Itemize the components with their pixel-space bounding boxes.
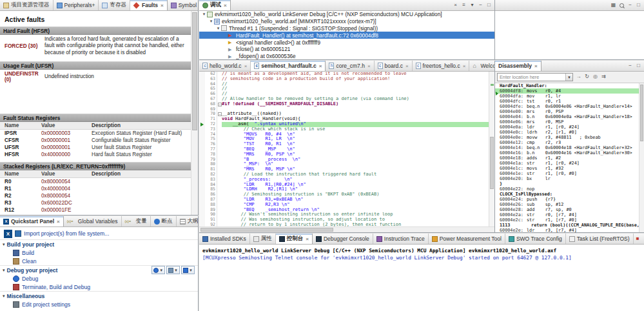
tab-peripherals[interactable]: Peripherals+ — [54, 0, 99, 10]
disassembly-line[interactable]: 60004e0a:ldr r1, [r0, #24] — [495, 125, 639, 130]
code-line[interactable]: 80 "_MSP: \n" — [199, 162, 494, 167]
tab-registers[interactable]: 寄存器 — [99, 0, 130, 10]
fault-row[interactable]: FORCED (30)Indicates a forced hard fault… — [0, 35, 191, 57]
scrollbar-thumb[interactable] — [490, 137, 494, 190]
search-icon[interactable] — [618, 2, 625, 9]
twistie-icon[interactable]: ▾ — [3, 268, 5, 273]
code-line[interactable]: 69 — [199, 107, 494, 112]
twistie-icon[interactable]: ▾ — [208, 19, 214, 24]
quickstart-item-link[interactable]: Terminate, Build and Debug — [22, 284, 90, 290]
quickstart-item[interactable]: Build — [0, 248, 198, 257]
table-row[interactable]: R120x000001FE — [0, 206, 191, 214]
disassembly-line[interactable]: 60004e12:cmp r2, r3 — [495, 140, 639, 145]
attach-dropdown[interactable]: ▼ — [181, 266, 195, 274]
table-row[interactable]: CFSR0x00000001Configurable fault Status … — [0, 137, 191, 144]
view-menu-icon[interactable] — [469, 2, 476, 9]
tab-welcome[interactable]: Welcome× — [469, 61, 494, 71]
table-row[interactable]: IPSR0x00000003Exception Status Register … — [0, 130, 191, 137]
disassembly-line[interactable]: 60004e1a:str r1, [r0, #24] — [495, 161, 639, 166]
breakpoint-margin[interactable] — [199, 137, 205, 142]
link-icon[interactable] — [592, 74, 599, 81]
breakpoint-margin[interactable] — [199, 132, 205, 137]
disassembly-line[interactable]: 60004df8:movs r0, #4 — [495, 88, 639, 94]
maximize-icon[interactable] — [635, 63, 642, 70]
tab-task-list-freertos[interactable]: Task List (FreeRTOS) — [566, 234, 634, 244]
breakpoint-margin[interactable] — [199, 122, 205, 127]
breakpoint-margin[interactable] — [199, 107, 205, 112]
tab-project-explorer[interactable]: 项目资源管理器 — [0, 0, 54, 10]
terminate-icon[interactable] — [634, 236, 641, 243]
close-icon[interactable]: × — [367, 63, 371, 69]
close-icon[interactable]: × — [57, 219, 60, 225]
twistie-icon[interactable]: ▾ — [215, 26, 221, 31]
breakpoint-margin[interactable] — [199, 117, 205, 122]
minimize-icon[interactable] — [627, 63, 634, 70]
code-line[interactable]: 87 "LDR R3,=0xBEAB \n" — [199, 197, 494, 203]
debug-tree-row[interactable]: HardFault_Handler() at semihost_hardfaul… — [199, 32, 494, 39]
tab-freertos-hello-c[interactable]: freertos_hello.c× — [413, 61, 470, 71]
table-row[interactable]: HFSR0x40000000Hard fault Status Register — [0, 151, 191, 158]
tab-instruction-trace[interactable]: Instruction Trace — [373, 234, 429, 244]
breakpoint-margin[interactable] — [199, 177, 205, 183]
faults-scrollbar[interactable] — [191, 11, 198, 215]
table-row[interactable]: LR0x60005121 — [0, 214, 191, 215]
disassembly-line[interactable]: 60004e0e:movw r3, #48811 ; 0xbeab — [495, 135, 639, 140]
code-line[interactable]: 71void HardFault_Handler(void){ — [199, 117, 494, 122]
disassembly-line[interactable]: 60004e1e:str r1, [r0, #0] — [495, 171, 639, 176]
disassembly-line[interactable]: 60004e1c:movs r1, #32 — [495, 166, 639, 171]
code-line[interactable]: 77 "BEQ _MSP \n" — [199, 147, 494, 152]
disassembly-line[interactable]: 60004e2e:ldr r3, [r7, #4] — [495, 228, 639, 232]
breakpoint-margin[interactable] — [199, 152, 205, 157]
tab-variables[interactable]: 变量 — [122, 216, 151, 226]
disassembly-line[interactable]: 60004dfe:beq.n 0x60004e06 <HardFault_Han… — [495, 104, 639, 109]
breakpoint-margin[interactable] — [199, 102, 205, 107]
close-icon[interactable]: × — [319, 63, 322, 69]
disassembly-line[interactable]: 60004e14:beq.n 0x60004e18 <HardFault_Han… — [495, 145, 639, 150]
breakpoint-margin[interactable] — [199, 203, 205, 208]
quickstart-item[interactable]: Edit project settings — [0, 300, 198, 308]
probe-dropdown[interactable]: ▼ — [166, 266, 180, 274]
code-line[interactable]: 86 // Semihosting instruction is "BKPT 0… — [199, 192, 494, 197]
code-line[interactable]: 64// — [199, 82, 494, 87]
breakpoint-margin[interactable] — [199, 212, 205, 217]
tab-debugger-console[interactable]: Debugger Console — [313, 234, 373, 244]
code-line[interactable]: 83 "_process: \n" — [199, 177, 494, 183]
breakpoint-margin[interactable] — [199, 82, 205, 87]
disassembly-line[interactable]: 60004e22:nop — [495, 186, 639, 192]
scrollbar-thumb[interactable] — [200, 228, 333, 232]
disassembly-line[interactable]: 1113 return (bool)((CCM_ANALOG_TUPLE_REG… — [495, 223, 639, 228]
code-line[interactable]: 68−#if !defined (__SEMIHOST_HARDFAULT_DI… — [199, 102, 494, 107]
breakpoint-margin[interactable] — [199, 86, 205, 92]
quickstart-section-header[interactable]: ▾Debug your project▼▼▼ — [0, 265, 198, 274]
editor-overview-ruler[interactable] — [489, 72, 494, 226]
twistie-icon[interactable]: ▾ — [3, 242, 5, 247]
maximize-icon[interactable] — [485, 2, 493, 9]
close-icon[interactable]: × — [224, 3, 227, 8]
editor-hscrollbar[interactable] — [199, 226, 494, 232]
tab-properties[interactable]: 属性 — [250, 234, 276, 244]
code-line[interactable]: 82 // Load the instruction that triggere… — [199, 172, 494, 177]
table-row[interactable]: R00x80000054 — [0, 178, 191, 185]
table-row[interactable]: R10x40000004 — [0, 185, 191, 192]
disassembly-line[interactable]: CLOCK_IsPllBypassed: — [495, 192, 639, 197]
tab-disassembly[interactable]: Disassembly× — [495, 61, 542, 71]
twistie-icon[interactable]: ▾ — [201, 12, 207, 17]
tab-board-c[interactable]: board.c× — [375, 61, 413, 71]
disassembly-line[interactable]: 60004e00:mrs r0, PSP — [495, 109, 639, 114]
breakpoint-margin[interactable] — [199, 97, 205, 102]
code-line[interactable]: 91 // Was semihosting instruction, so ad… — [199, 217, 494, 223]
tab-swo-trace-config[interactable]: SWO Trace Config — [505, 234, 566, 244]
minimize-icon[interactable] — [477, 2, 484, 9]
tab-console[interactable]: 控制台× — [276, 234, 313, 244]
code-line[interactable]: 81 "MRS R0, MSP \n" — [199, 167, 494, 172]
minimize-icon[interactable] — [627, 2, 634, 9]
import-projects-link[interactable]: Import project(s) from file system... — [24, 230, 109, 237]
disassembly-location-input[interactable]: Enter location here ▼ — [497, 73, 573, 81]
breakpoint-margin[interactable] — [199, 157, 205, 163]
close-icon[interactable]: × — [405, 63, 409, 69]
open-perspective-icon[interactable] — [610, 2, 617, 9]
twistie-icon[interactable]: ▾ — [3, 294, 5, 299]
chevron-down-icon[interactable]: ▼ — [565, 74, 572, 81]
maximize-icon[interactable] — [635, 2, 642, 9]
table-row[interactable]: R20x80000054 — [0, 192, 191, 199]
